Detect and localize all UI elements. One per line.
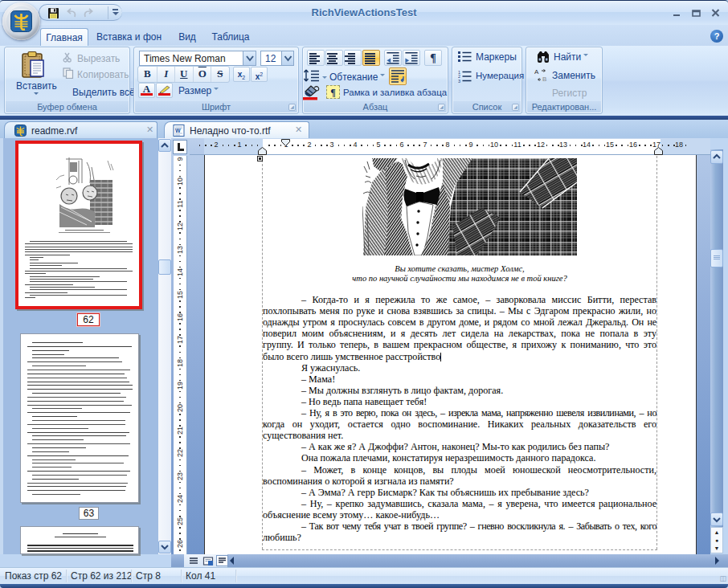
svg-text:B: B <box>542 76 546 83</box>
svg-text:A: A <box>534 68 539 76</box>
svg-text:3: 3 <box>458 79 460 84</box>
svg-text:W: W <box>175 128 181 133</box>
